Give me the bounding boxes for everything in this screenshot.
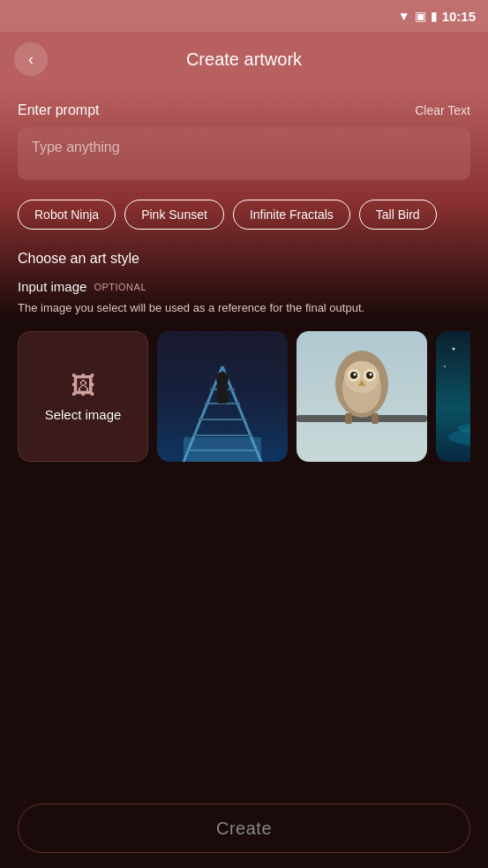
signal-icon: ▣ — [415, 9, 426, 23]
battery-icon: ▮ — [431, 9, 438, 23]
svg-rect-24 — [372, 413, 379, 424]
image-picker-row: 🖼 Select image — [18, 331, 470, 462]
chip-infinite-fractals[interactable]: Infinite Fractals — [233, 200, 350, 230]
prompt-label: Enter prompt — [18, 102, 99, 118]
wifi-icon: ▼ — [398, 9, 410, 23]
status-bar: ▼ ▣ ▮ 10:15 — [0, 0, 488, 32]
image-thumb-escalator[interactable] — [157, 331, 288, 462]
svg-rect-23 — [345, 413, 352, 424]
chip-robot-ninja[interactable]: Robot Ninja — [18, 200, 116, 230]
image-thumb-owl[interactable] — [297, 331, 427, 462]
art-style-section: Choose an art style — [18, 251, 470, 267]
svg-point-20 — [354, 373, 357, 375]
chips-row: Robot Ninja Pink Sunset Infinite Fractal… — [18, 200, 470, 233]
bottom-area: Create — [0, 797, 488, 868]
input-image-header: Input image OPTIONAL — [18, 279, 470, 294]
input-image-section: Input image OPTIONAL The image you selec… — [18, 279, 470, 471]
svg-point-39 — [444, 366, 446, 367]
select-image-card[interactable]: 🖼 Select image — [18, 331, 148, 462]
chip-tall-bird[interactable]: Tall Bird — [359, 200, 437, 230]
image-thumb-boat[interactable]: ↙6 — [436, 331, 470, 462]
back-button[interactable]: ‹ — [14, 42, 48, 76]
image-placeholder-icon: 🖼 — [71, 371, 95, 400]
prompt-input[interactable] — [18, 127, 470, 180]
svg-rect-9 — [217, 386, 228, 404]
top-bar: ‹ Create artwork — [0, 32, 488, 87]
create-button[interactable]: Create — [18, 804, 470, 853]
svg-point-21 — [370, 373, 372, 375]
escalator-svg — [157, 331, 288, 462]
clear-text-button[interactable]: Clear Text — [415, 103, 470, 117]
owl-svg — [297, 331, 427, 462]
select-image-text: Select image — [45, 407, 122, 422]
chip-pink-sunset[interactable]: Pink Sunset — [124, 200, 224, 230]
input-image-description: The image you select will be used as a r… — [18, 299, 470, 317]
art-style-title: Choose an art style — [18, 251, 139, 266]
page-title: Create artwork — [186, 49, 302, 70]
boat-svg: ↙6 — [436, 331, 470, 462]
svg-rect-10 — [184, 437, 261, 462]
optional-badge: OPTIONAL — [94, 282, 146, 292]
svg-point-8 — [216, 372, 229, 386]
main-content: Enter prompt Clear Text Robot Ninja Pink… — [0, 87, 488, 471]
prompt-header: Enter prompt Clear Text — [18, 102, 470, 118]
status-time: 10:15 — [442, 9, 476, 24]
input-image-label: Input image — [18, 279, 86, 294]
status-icons: ▼ ▣ ▮ 10:15 — [398, 9, 476, 24]
svg-point-34 — [453, 347, 455, 350]
